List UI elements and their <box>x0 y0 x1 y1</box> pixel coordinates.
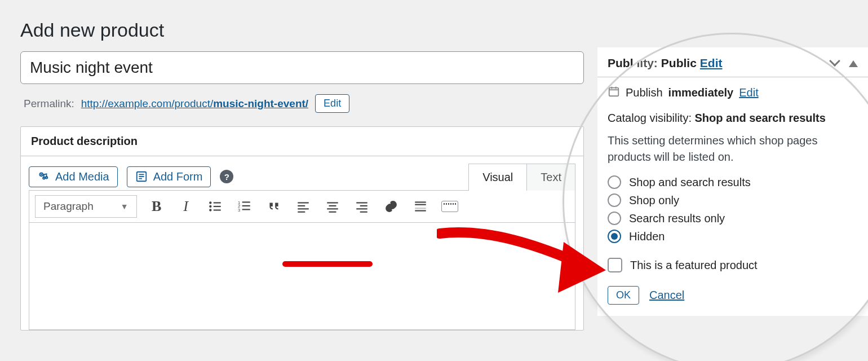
featured-product-checkbox[interactable] <box>608 258 622 272</box>
italic-button[interactable]: I <box>176 197 196 216</box>
bullet-list-button[interactable] <box>206 197 225 216</box>
editor-toolbar: Paragraph ▼ B I 123 <box>29 190 575 223</box>
catalog-visibility-option[interactable]: Shop and search results <box>608 175 858 189</box>
visibility-label-fragment: ııty: <box>637 56 658 70</box>
product-title-input[interactable] <box>20 51 584 84</box>
svg-rect-19 <box>242 209 250 210</box>
align-center-button[interactable] <box>323 197 342 216</box>
format-select-label: Paragraph <box>43 200 94 213</box>
svg-rect-29 <box>360 205 367 206</box>
add-media-button[interactable]: Add Media <box>29 166 118 187</box>
svg-rect-21 <box>298 205 305 206</box>
schedule-edit-link[interactable]: Edit <box>739 86 758 99</box>
help-icon[interactable]: ? <box>220 170 233 183</box>
svg-rect-13 <box>213 209 220 210</box>
catalog-visibility-option[interactable]: Search results only <box>608 212 858 225</box>
catalog-visibility-description: This setting determines which shop pages… <box>608 133 858 165</box>
svg-rect-22 <box>298 208 309 209</box>
permalink-link[interactable]: http://example.com/product/music-night-e… <box>81 98 308 110</box>
blockquote-button[interactable] <box>264 197 284 216</box>
toolbar-toggle-button[interactable] <box>440 197 459 216</box>
radio-label: Hidden <box>629 230 665 243</box>
panel-chevron-icon[interactable] <box>831 57 839 70</box>
svg-rect-33 <box>415 204 426 205</box>
svg-point-8 <box>209 201 211 204</box>
read-more-button[interactable] <box>411 197 430 216</box>
svg-rect-11 <box>213 206 220 207</box>
align-left-button[interactable] <box>294 197 313 216</box>
svg-rect-17 <box>242 205 250 206</box>
visibility-edit-link[interactable]: Edit <box>700 56 723 70</box>
add-form-button[interactable]: Add Form <box>127 166 211 187</box>
svg-rect-35 <box>415 210 426 212</box>
edit-permalink-button[interactable]: Edit <box>315 94 349 113</box>
permalink-base: http://example.com/product/ <box>81 98 213 109</box>
publish-panel-title-fragment: Publ <box>608 56 634 70</box>
svg-rect-32 <box>415 201 426 202</box>
featured-product-checkbox-row[interactable]: This is a featured product <box>608 258 858 272</box>
format-select[interactable]: Paragraph ▼ <box>35 195 137 218</box>
svg-rect-34 <box>415 208 426 209</box>
radio-icon[interactable] <box>608 230 621 243</box>
radio-label: Shop only <box>629 194 679 207</box>
radio-icon[interactable] <box>608 175 621 189</box>
add-media-label: Add Media <box>55 170 109 183</box>
insert-link-button[interactable] <box>382 197 401 216</box>
catalog-visibility-option[interactable]: Shop only <box>608 193 858 207</box>
annotation-underline <box>282 261 373 267</box>
svg-point-10 <box>209 205 211 208</box>
svg-rect-31 <box>360 212 367 213</box>
schedule-value: immediately <box>668 86 734 99</box>
svg-rect-24 <box>327 202 338 203</box>
featured-product-label: This is a featured product <box>630 259 758 272</box>
form-icon <box>135 170 148 183</box>
editor-canvas[interactable] <box>29 223 575 330</box>
chevron-down-icon: ▼ <box>121 202 129 211</box>
tab-text[interactable]: Text <box>526 164 575 191</box>
radio-label: Search results only <box>629 212 725 225</box>
cancel-link[interactable]: Cancel <box>649 289 684 302</box>
svg-rect-25 <box>329 205 336 206</box>
svg-rect-30 <box>356 208 367 209</box>
radio-icon[interactable] <box>608 193 621 207</box>
svg-rect-15 <box>242 201 250 202</box>
catalog-visibility-option[interactable]: Hidden <box>608 230 858 243</box>
svg-rect-36 <box>609 88 619 96</box>
schedule-prefix: Publish <box>626 86 663 99</box>
add-form-label: Add Form <box>153 170 203 183</box>
svg-text:3: 3 <box>238 208 240 213</box>
radio-label: Shop and search results <box>629 176 751 189</box>
catalog-visibility-label: Catalog visibility: <box>608 112 692 124</box>
catalog-visibility-value: Shop and search results <box>695 112 826 124</box>
tab-visual[interactable]: Visual <box>468 164 527 191</box>
svg-rect-20 <box>298 202 309 203</box>
visibility-value: Public <box>661 56 697 70</box>
panel-collapse-icon[interactable] <box>849 57 858 70</box>
page-title: Add new product <box>20 19 848 41</box>
description-header: Product description <box>31 135 138 148</box>
svg-rect-27 <box>329 212 336 213</box>
radio-icon[interactable] <box>608 212 621 225</box>
svg-rect-9 <box>213 202 220 203</box>
bold-button[interactable]: B <box>147 197 166 216</box>
permalink-row: Permalink: http://example.com/product/mu… <box>24 94 584 113</box>
align-right-button[interactable] <box>352 197 371 216</box>
product-description-box: Product description Add Media <box>20 126 584 331</box>
publish-panel: Publ ııty: Public Edit Publish immediate… <box>597 47 868 316</box>
numbered-list-button[interactable]: 123 <box>235 197 254 216</box>
permalink-slug: music-night-event/ <box>213 98 308 109</box>
calendar-icon <box>608 85 620 100</box>
svg-rect-28 <box>356 202 367 203</box>
permalink-label: Permalink: <box>24 98 74 110</box>
svg-rect-23 <box>298 212 305 213</box>
ok-button[interactable]: OK <box>608 286 639 305</box>
camera-music-icon <box>37 170 50 183</box>
svg-point-12 <box>209 209 211 211</box>
svg-point-1 <box>41 174 42 175</box>
svg-rect-26 <box>327 208 338 209</box>
